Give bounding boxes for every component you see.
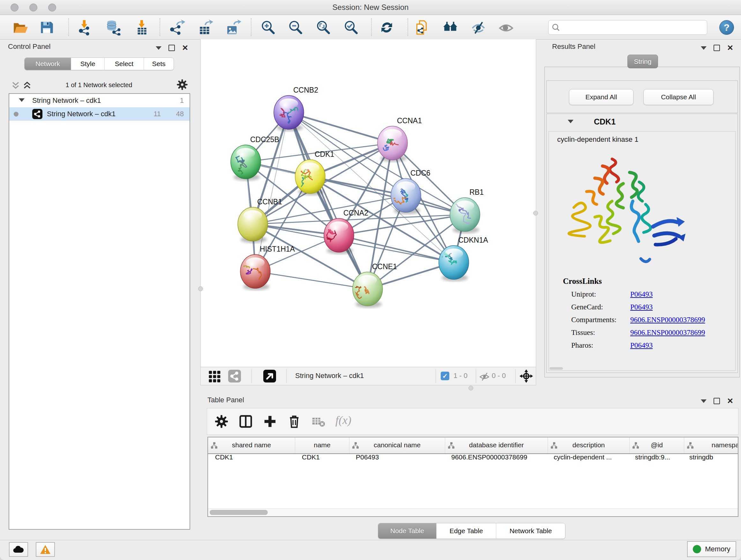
add-column-plus-icon[interactable] — [263, 414, 277, 429]
export-network-icon[interactable] — [169, 19, 185, 36]
tab-style[interactable]: Style — [71, 58, 105, 70]
gene-collapse-icon[interactable] — [568, 120, 574, 123]
import-network-from-database-icon[interactable] — [105, 19, 121, 36]
table-cell[interactable]: cyclin-dependent ... — [547, 453, 628, 465]
import-network-from-file-icon[interactable] — [77, 19, 93, 36]
tab-sets[interactable]: Sets — [144, 58, 174, 70]
tab-select[interactable]: Select — [105, 58, 144, 70]
network-options-gear-icon[interactable] — [176, 78, 188, 92]
delete-column-trash-icon[interactable] — [287, 414, 301, 429]
column-header-name[interactable]: name — [295, 437, 349, 453]
string-home-icon[interactable] — [442, 19, 458, 36]
table-settings-gear-icon[interactable] — [214, 414, 229, 429]
table-row[interactable]: CDK1CDK1P064939606.ENSP00000378699cyclin… — [208, 453, 738, 465]
column-header-canonical-name[interactable]: canonical name — [349, 437, 445, 453]
save-session-icon[interactable] — [39, 19, 55, 36]
expand-all-networks-icon[interactable] — [22, 80, 32, 92]
hide-selected-eye-icon[interactable] — [470, 19, 486, 36]
table-cell[interactable]: stringdb — [682, 453, 738, 465]
left-splitter-handle[interactable] — [198, 287, 203, 291]
export-image-icon[interactable] — [225, 19, 241, 36]
crosslink-link[interactable]: P06493 — [630, 341, 653, 350]
network-node-CDKN1A[interactable]: CDKN1A — [439, 236, 488, 281]
collection-expand-icon[interactable] — [19, 98, 24, 102]
network-share-view-icon[interactable] — [228, 370, 241, 382]
results-panel-float-icon[interactable] — [714, 45, 720, 51]
network-edge[interactable] — [289, 112, 367, 289]
network-row[interactable]: String Network – cdk1 11 48 — [9, 107, 190, 121]
export-table-icon[interactable] — [197, 19, 213, 36]
import-table-from-file-icon[interactable] — [134, 19, 150, 36]
search-input[interactable] — [562, 22, 704, 33]
network-edge[interactable] — [289, 112, 393, 143]
zoom-fit-icon[interactable] — [315, 19, 331, 36]
right-splitter-handle[interactable] — [533, 211, 538, 215]
column-header-shared-name[interactable]: shared name — [208, 437, 295, 453]
network-node-HIST1H1A[interactable]: HIST1H1A — [233, 245, 295, 290]
hidden-eye-icon[interactable] — [479, 371, 490, 383]
expand-all-button[interactable]: Expand All — [569, 89, 633, 105]
network-node-CCNA1[interactable]: CCNA1 — [378, 117, 422, 162]
tab-node-table[interactable]: Node Table — [378, 523, 436, 539]
network-collection-row[interactable]: String Network – cdk1 1 — [9, 94, 190, 107]
column-header--id[interactable]: @id — [630, 437, 684, 453]
grid-view-icon[interactable] — [208, 370, 221, 384]
table-cell[interactable]: P06493 — [349, 453, 444, 465]
crosslink-link[interactable]: 9606.ENSP00000378699 — [630, 328, 705, 337]
zoom-in-icon[interactable] — [260, 19, 276, 36]
results-hscroll-thumb[interactable] — [549, 367, 563, 370]
table-cell[interactable]: 9606.ENSP00000378699 — [444, 453, 547, 465]
open-session-icon[interactable] — [12, 19, 28, 36]
control-panel-close-icon[interactable]: ✕ — [182, 45, 188, 51]
results-panel-menu-icon[interactable] — [701, 46, 706, 50]
collapse-all-networks-icon[interactable] — [11, 80, 20, 92]
network-node-CCNE1[interactable]: CCNE1 — [343, 262, 397, 308]
network-node-CDK1[interactable]: CDK1 — [293, 150, 334, 195]
table-cell[interactable]: CDK1 — [295, 453, 349, 465]
node-table[interactable]: shared namenamecanonical namedatabase id… — [207, 437, 738, 517]
birds-eye-crosshair-icon[interactable] — [519, 369, 533, 384]
table-panel-float-icon[interactable] — [714, 398, 720, 404]
results-panel-close-icon[interactable]: ✕ — [727, 45, 733, 51]
table-cell[interactable]: stringdb:9... — [628, 453, 682, 465]
column-header-database-identifier[interactable]: database identifier — [445, 437, 548, 453]
tab-network-table[interactable]: Network Table — [496, 523, 565, 539]
crosslink-link[interactable]: 9606.ENSP00000378699 — [630, 316, 705, 324]
toolbar-separator — [159, 18, 160, 36]
crosslink-label: Tissues: — [571, 328, 630, 337]
control-panel-float-icon[interactable] — [169, 45, 175, 51]
delete-table-icon[interactable] — [311, 414, 326, 429]
bottom-splitter-handle[interactable] — [468, 386, 473, 390]
crosslink-link[interactable]: P06493 — [630, 290, 653, 299]
open-external-view-icon[interactable] — [263, 370, 276, 382]
network-view-canvas[interactable]: CCNB2CCNA1CDC25BCDK1CDC6RB1CCNB1CCNA2CDK… — [200, 39, 536, 367]
table-hscrollbar[interactable] — [208, 508, 738, 516]
network-node-CCNB2[interactable]: CCNB2 — [274, 86, 318, 131]
table-panel-menu-icon[interactable] — [701, 399, 706, 403]
tab-network[interactable]: Network — [24, 58, 71, 70]
column-header-namespace[interactable]: namespace — [684, 437, 738, 453]
zoom-out-icon[interactable] — [287, 19, 304, 36]
tab-edge-table[interactable]: Edge Table — [436, 523, 496, 539]
control-panel-menu-icon[interactable] — [156, 46, 161, 50]
memory-button[interactable]: Memory — [687, 541, 736, 557]
function-builder-icon[interactable]: f(x) — [335, 414, 351, 427]
zoom-selected-icon[interactable] — [343, 19, 359, 36]
search-field[interactable] — [548, 20, 707, 35]
refresh-view-icon[interactable] — [379, 19, 395, 36]
collapse-all-button[interactable]: Collapse All — [643, 89, 714, 105]
table-cell[interactable]: CDK1 — [208, 453, 295, 465]
warning-status-button[interactable] — [36, 542, 55, 557]
network-node-RB1[interactable]: RB1 — [450, 188, 484, 233]
table-hscroll-thumb[interactable] — [210, 510, 268, 515]
copy-view-icon[interactable] — [414, 19, 430, 36]
column-header-description[interactable]: description — [548, 437, 630, 453]
tab-string[interactable]: String — [627, 55, 658, 68]
show-eye-icon[interactable] — [498, 19, 514, 36]
split-columns-icon[interactable] — [239, 414, 253, 429]
cloud-status-button[interactable] — [9, 542, 28, 557]
selected-checkbox-icon[interactable]: ✓ — [441, 372, 449, 380]
table-panel-close-icon[interactable]: ✕ — [727, 398, 733, 403]
crosslink-link[interactable]: P06493 — [630, 303, 653, 311]
help-button[interactable]: ? — [719, 20, 734, 35]
